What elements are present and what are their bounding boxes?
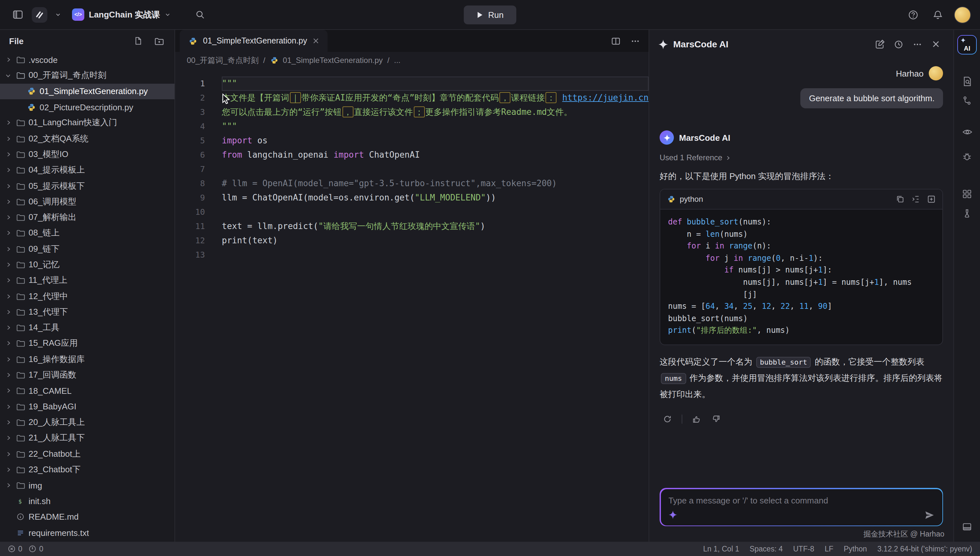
file-name: 14_工具: [29, 322, 59, 333]
logo-chevron-button[interactable]: [53, 6, 62, 23]
run-button[interactable]: Run: [463, 5, 517, 24]
file-tree-item[interactable]: 21_人脉工具下: [0, 430, 174, 446]
file-tree-item[interactable]: $init.sh: [0, 493, 174, 509]
breadcrumb-folder[interactable]: 00_开篇词_奇点时刻: [187, 55, 258, 66]
file-tree-item[interactable]: 06_调用模型: [0, 194, 174, 210]
file-tree-item[interactable]: 02_文档QA系统: [0, 131, 174, 147]
file-tree-item[interactable]: 00_开篇词_奇点时刻: [0, 68, 174, 84]
indentation[interactable]: Spaces: 4: [749, 545, 783, 553]
code-token: n =: [668, 230, 706, 238]
cursor-position[interactable]: Ln 1, Col 1: [703, 545, 739, 553]
message-input[interactable]: [668, 495, 934, 505]
help-button[interactable]: [905, 6, 922, 23]
file-tree-item[interactable]: .vscode: [0, 52, 174, 68]
python-file-icon: [27, 86, 36, 96]
code-line: 本文件是【开篇词｜带你亲证AI应用开发的“奇点”时刻】章节的配套代码，课程链接：…: [222, 91, 649, 105]
file-name: 00_开篇词_奇点时刻: [29, 70, 107, 81]
language-mode[interactable]: Python: [844, 545, 867, 553]
user-avatar[interactable]: [954, 6, 971, 23]
tests-button[interactable]: [957, 204, 977, 223]
file-tree-item[interactable]: img: [0, 477, 174, 493]
new-folder-button[interactable]: [152, 34, 165, 47]
app-logo[interactable]: [32, 7, 47, 23]
file-tree-item[interactable]: 18_CAMEL: [0, 383, 174, 399]
ai-command-button[interactable]: [668, 511, 677, 519]
thumbs-up-button[interactable]: [689, 411, 704, 427]
user-name: Harhao: [896, 68, 923, 78]
sidebar-toggle-button[interactable]: [9, 6, 26, 23]
preview-button[interactable]: [957, 122, 977, 141]
project-switcher[interactable]: </> LangChain 实战课: [72, 8, 171, 21]
problems-indicator[interactable]: 0: [8, 545, 23, 553]
file-tree-item[interactable]: README.md: [0, 509, 174, 525]
file-tree-item[interactable]: 01_SimpleTextGeneration.py: [0, 83, 174, 99]
topbar-left-group: </> LangChain 实战课: [9, 6, 209, 23]
source-control-button[interactable]: [957, 91, 977, 110]
insert-code-button[interactable]: [911, 195, 920, 204]
regenerate-button[interactable]: [660, 411, 675, 427]
thumbs-down-button[interactable]: [708, 411, 724, 427]
search-files-button[interactable]: [957, 71, 977, 91]
reference-link[interactable]: Used 1 Reference: [660, 153, 943, 162]
file-tree-item[interactable]: 09_链下: [0, 241, 174, 257]
file-tree-item[interactable]: 12_代理中: [0, 288, 174, 304]
file-tree-item[interactable]: 17_回调函数: [0, 367, 174, 383]
chevron-down-icon: [5, 71, 11, 80]
code-editor[interactable]: 12345678910111213 """本文件是【开篇词｜带你亲证AI应用开发…: [175, 69, 649, 542]
editor-tab[interactable]: 01_SimpleTextGeneration.py: [180, 30, 327, 52]
folder-icon: [16, 244, 25, 254]
file-tree-item[interactable]: 22_Chatbot上: [0, 446, 174, 462]
new-file-button[interactable]: [132, 34, 145, 47]
file-tree-item[interactable]: 08_链上: [0, 225, 174, 241]
explorer-title: File: [9, 36, 124, 46]
chevron-right-icon: [4, 309, 12, 315]
encoding[interactable]: UTF-8: [793, 545, 814, 553]
panel-more-button[interactable]: [909, 36, 925, 53]
txt-file-icon: [16, 528, 25, 538]
file-tree-item[interactable]: 01_LangChain快速入门: [0, 115, 174, 131]
debug-button[interactable]: [957, 147, 977, 166]
code-token: , nums): [757, 326, 789, 335]
global-search-button[interactable]: [192, 6, 209, 23]
code-token: 11: [799, 302, 809, 311]
new-file-from-code-button[interactable]: [927, 195, 936, 204]
extensions-button[interactable]: [957, 184, 977, 204]
notifications-button[interactable]: [929, 6, 946, 23]
file-tree-item[interactable]: 03_模型IO: [0, 147, 174, 163]
history-button[interactable]: [890, 36, 907, 53]
panel-close-button[interactable]: [927, 36, 944, 53]
file-tree-item[interactable]: 13_代理下: [0, 304, 174, 320]
file-tree-item[interactable]: 16_操作数据库: [0, 351, 174, 367]
file-tree-item[interactable]: 20_人脉工具上: [0, 415, 174, 430]
editor-more-button[interactable]: [626, 32, 643, 49]
file-tree-item[interactable]: 02_PictureDescription.py: [0, 99, 174, 115]
file-tree-item[interactable]: 10_记忆: [0, 257, 174, 273]
file-tree-item[interactable]: 07_解析输出: [0, 210, 174, 225]
copy-code-button[interactable]: [896, 195, 905, 204]
new-chat-button[interactable]: [871, 36, 888, 53]
file-tree-item[interactable]: 15_RAG应用: [0, 336, 174, 352]
ai-assistant-button[interactable]: AI: [957, 35, 977, 55]
python-interpreter[interactable]: 3.12.2 64-bit ('shims': pyenv): [877, 545, 972, 553]
file-tree-item[interactable]: 14_工具: [0, 320, 174, 336]
code-token: print(text): [222, 236, 278, 245]
beaker-icon: [962, 208, 972, 219]
tab-close-button[interactable]: [312, 38, 319, 44]
file-tree-item[interactable]: 23_Chatbot下: [0, 462, 174, 477]
folder-icon: [16, 71, 25, 81]
code-line: llm = ChatOpenAI(model=os.environ.get("L…: [222, 191, 649, 205]
send-button[interactable]: [924, 510, 934, 520]
file-tree-item[interactable]: 19_BabyAGI: [0, 399, 174, 415]
eol-sequence[interactable]: LF: [825, 545, 833, 553]
warnings-indicator[interactable]: 0: [29, 545, 44, 553]
breadcrumb-file[interactable]: 01_SimpleTextGeneration.py: [283, 56, 383, 65]
text-run: 的函数，它接受一个整数列表: [812, 357, 924, 367]
file-tree-item[interactable]: 04_提示模板上: [0, 162, 174, 178]
split-editor-button[interactable]: [607, 32, 624, 49]
file-tree-item[interactable]: 05_提示模板下: [0, 178, 174, 194]
breadcrumb-more[interactable]: ...: [394, 56, 400, 65]
file-tree-item[interactable]: 11_代理上: [0, 273, 174, 288]
file-tree-item[interactable]: requirements.txt: [0, 525, 174, 541]
bottom-panel-button[interactable]: [957, 517, 977, 537]
file-name: 02_PictureDescription.py: [40, 102, 133, 112]
